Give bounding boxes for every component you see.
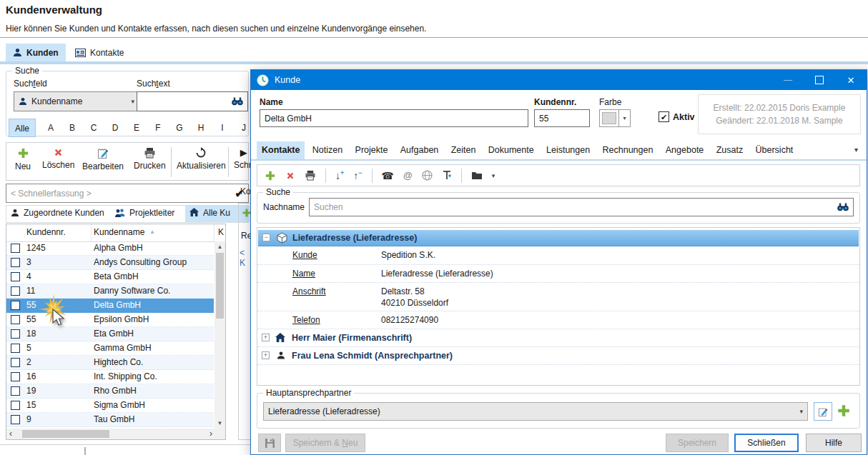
row-checkbox[interactable] [11, 329, 20, 339]
alpha-i[interactable]: I [212, 119, 233, 137]
table-row[interactable]: 15Sigma GmbH [6, 399, 214, 413]
binoculars-icon[interactable] [232, 97, 243, 106]
folder-icon[interactable] [471, 171, 483, 180]
binoculars-icon[interactable] [837, 203, 849, 211]
row-checkbox[interactable] [11, 315, 20, 324]
tab-dokumente[interactable]: Dokumente [483, 141, 539, 159]
save-button[interactable]: Speichern [666, 434, 729, 452]
tab-uebersicht[interactable]: Übersicht [751, 141, 799, 159]
row-checkbox[interactable] [11, 358, 20, 367]
tree-node[interactable]: + Frau Lena Schmidt (Ansprechpartner) [257, 346, 859, 365]
email-at-icon[interactable]: @ [403, 170, 413, 181]
column-kundenname[interactable]: Kundenname [94, 227, 144, 237]
table-row[interactable]: 1245Alpha GmbH [6, 241, 214, 256]
quick-entry-input[interactable]: < Schnellerfassung > ✔ [6, 184, 249, 203]
scroll-up-arrow[interactable]: ▲ [214, 244, 225, 250]
row-checkbox[interactable] [11, 272, 20, 281]
scroll-right-arrow[interactable]: › [209, 429, 212, 439]
edit-button[interactable]: Bearbeiten [82, 147, 124, 171]
new-button[interactable]: Neu [15, 147, 31, 171]
folder-dropdown-chevron[interactable]: ▾ [492, 172, 495, 179]
tab-angebote[interactable]: Angebote [661, 141, 709, 159]
scrollbar-thumb[interactable] [216, 253, 224, 319]
alpha-c[interactable]: C [83, 119, 104, 137]
tab-leistungen[interactable]: Leistungen [541, 141, 595, 159]
add-contact-icon[interactable] [265, 170, 276, 181]
row-checkbox[interactable] [11, 301, 20, 310]
detail-label-telefon[interactable]: Telefon [292, 315, 320, 325]
search-field-combo[interactable]: Kundenname ▾ [14, 91, 139, 111]
tab-kontakte[interactable]: Kontakte [68, 44, 131, 62]
save-and-new-button[interactable]: Speichern & Neu [285, 434, 365, 452]
column-next[interactable]: K [218, 227, 224, 237]
row-checkbox[interactable] [11, 415, 20, 424]
alpha-d[interactable]: D [104, 119, 126, 137]
alpha-a[interactable]: A [40, 119, 61, 137]
tab-zugeordnete-kunden[interactable]: Zugeordnete Kunden [11, 208, 104, 218]
table-row[interactable]: 9Tau GmbH [6, 413, 214, 427]
close-button[interactable]: ✕ [835, 70, 867, 90]
tab-aufgaben[interactable]: Aufgaben [395, 141, 444, 159]
tree-node-selected[interactable]: − Lieferadresse (Lieferadresse) [258, 230, 859, 246]
horizontal-scrollbar[interactable]: ‹ › [6, 429, 225, 439]
row-checkbox[interactable] [11, 401, 20, 410]
detail-label-name[interactable]: Name [292, 269, 315, 279]
edit-main-contact-button[interactable] [814, 402, 832, 421]
globe-icon[interactable] [422, 170, 433, 181]
table-row[interactable]: 5Gamma GmbH [6, 341, 214, 356]
scroll-down-arrow[interactable]: ▼ [214, 420, 225, 426]
kundennr-input[interactable]: 55 [534, 109, 590, 127]
detail-label-anschrift[interactable]: Anschrift [292, 286, 326, 296]
row-checkbox[interactable] [11, 344, 20, 353]
tab-projekte[interactable]: Projekte [350, 141, 393, 159]
table-row[interactable]: 55Epsilon GmbH [6, 313, 214, 327]
import-icon[interactable]: ↓+ [335, 169, 344, 181]
add-main-contact-button[interactable] [837, 404, 851, 418]
row-checkbox[interactable] [11, 258, 20, 267]
tree-node[interactable]: + Herr Maier (Firmenanschrift) [257, 329, 859, 347]
aktiv-checkbox[interactable]: ✔ [659, 111, 669, 122]
farbe-combo[interactable]: ▾ [599, 109, 631, 127]
tab-kontakte[interactable]: Kontakte [257, 141, 305, 159]
row-checkbox[interactable] [11, 244, 20, 253]
table-row[interactable]: 19Rho GmbH [6, 384, 214, 399]
column-kundennr[interactable]: Kundennr. [26, 227, 66, 237]
alpha-g[interactable]: G [169, 119, 190, 137]
scroll-left-arrow[interactable]: ‹ [9, 429, 12, 439]
nachname-input[interactable]: Suchen [309, 198, 854, 216]
print-icon[interactable] [305, 170, 316, 181]
alpha-e[interactable]: E [126, 119, 147, 137]
dialog-titlebar[interactable]: Kunde — ✕ [251, 70, 867, 90]
alpha-f[interactable]: F [147, 119, 169, 137]
delete-button[interactable]: Löschen [42, 147, 74, 170]
alpha-h[interactable]: H [190, 119, 212, 137]
main-contact-combo[interactable]: Lieferadresse (Lieferadresse) ▾ [263, 402, 808, 421]
table-row[interactable]: 16Int. Shipping Co. [6, 370, 214, 384]
alpha-alle[interactable]: Alle [9, 119, 36, 137]
tab-zusatz[interactable]: Zusatz [711, 141, 749, 159]
detail-label-kunde[interactable]: Kunde [292, 250, 317, 260]
chevron-down-icon[interactable]: ▾ [618, 110, 630, 126]
tab-projektleiter[interactable]: Projektleiter [115, 208, 174, 218]
splitter-grip[interactable] [84, 447, 86, 455]
table-row[interactable]: 3Andys Consulting Group [6, 256, 214, 270]
row-checkbox[interactable] [11, 372, 20, 381]
name-input[interactable]: Delta GmbH [260, 109, 528, 127]
table-row[interactable]: 11Danny Software Co. [6, 284, 214, 299]
row-checkbox[interactable] [11, 286, 20, 296]
save-icon-button[interactable] [258, 434, 281, 452]
table-row[interactable]: 2Hightech Co. [6, 356, 214, 370]
export-icon[interactable]: ↑− [353, 169, 362, 181]
expand-icon[interactable]: + [262, 351, 270, 359]
search-text-input[interactable] [137, 91, 248, 111]
table-row-selected[interactable]: 55Delta GmbH [6, 299, 214, 313]
phone-icon[interactable]: ☎ [382, 170, 394, 181]
horizontal-splitter[interactable] [0, 444, 250, 445]
row-checkbox[interactable] [11, 386, 20, 396]
tab-zeiten[interactable]: Zeiten [446, 141, 481, 159]
delete-contact-icon[interactable] [285, 171, 295, 181]
tab-notizen[interactable]: Notizen [307, 141, 347, 159]
collapse-icon[interactable]: − [262, 234, 270, 241]
table-row[interactable]: 4Beta GmbH [6, 270, 214, 284]
table-row[interactable]: 18Eta GmbH [6, 327, 214, 341]
